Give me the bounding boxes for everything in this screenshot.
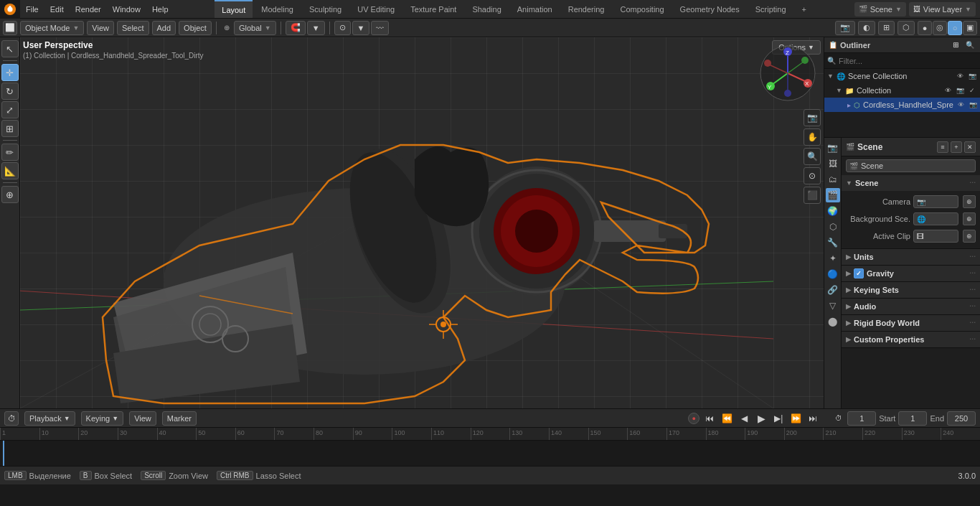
tab-rendering[interactable]: Rendering [561, 0, 612, 18]
tab-texture-paint[interactable]: Texture Paint [403, 0, 463, 18]
scene-selector[interactable]: 🎬 Scene ▼ [854, 2, 906, 17]
output-props-icon[interactable]: 🖼 [826, 156, 840, 171]
end-frame-input[interactable] [947, 411, 976, 426]
object-menu[interactable]: Object [179, 21, 212, 35]
gravity-section-toggle[interactable]: ▶ ✓ Gravity ⋯ [842, 266, 980, 281]
tab-scripting[interactable]: Scripting [748, 0, 793, 18]
jump-to-end-button[interactable]: ⏭ [806, 411, 820, 426]
gravity-checkbox[interactable]: ✓ [854, 268, 864, 278]
physics-props-icon[interactable]: 🔵 [826, 267, 840, 281]
cube-icon[interactable]: ⬛ [804, 187, 821, 204]
mesh-render-icon[interactable]: 📷 [969, 100, 979, 110]
add-menu[interactable]: Add [152, 21, 176, 35]
tab-add[interactable]: + [795, 0, 814, 18]
custom-props-toggle[interactable]: ▶ Custom Properties ⋯ [842, 332, 980, 347]
scene-settings-icon[interactable]: ✕ [964, 141, 976, 153]
tool-measure[interactable]: 📐 [1, 162, 19, 179]
timeline-ruler[interactable]: 1102030405060708090100110120130140150160… [0, 428, 980, 441]
tool-annotate[interactable]: ✏ [1, 144, 19, 161]
editor-type-icon[interactable]: ⬜ [3, 21, 17, 35]
data-props-icon[interactable]: ▽ [826, 299, 840, 313]
tab-animation[interactable]: Animation [510, 0, 560, 18]
viewport-3d[interactable]: User Perspective (1) Collection | Cordle… [20, 37, 824, 408]
snap-settings[interactable]: ▼ [307, 21, 325, 35]
record-button[interactable]: ● [688, 413, 699, 424]
world-props-icon[interactable]: 🌍 [826, 204, 840, 218]
menu-help[interactable]: Help [146, 0, 174, 18]
outliner-collection-row[interactable]: ▼ 📁 Collection 👁 📷 ✓ [824, 83, 980, 98]
tab-sculpting[interactable]: Sculpting [302, 0, 349, 18]
timeline-view-menu[interactable]: View [129, 411, 156, 426]
playback-menu[interactable]: Playback ▼ [24, 411, 75, 426]
collection-render-icon[interactable]: 📷 [955, 85, 965, 95]
constraints-props-icon[interactable]: 🔗 [826, 283, 840, 297]
rendered-shading[interactable]: ○ [948, 21, 962, 35]
active-clip-field[interactable]: 🎞 [913, 230, 958, 243]
scene-browse-icon[interactable]: ≡ [937, 141, 948, 153]
overlay-toggle[interactable]: ⊞ [878, 21, 895, 35]
menu-file[interactable]: File [20, 0, 44, 18]
xray-toggle[interactable]: ⬡ [897, 21, 915, 35]
tab-uv-editing[interactable]: UV Editing [350, 0, 402, 18]
outliner-mesh-row[interactable]: ▸ ⬡ Cordless_Handheld_Spre 👁 📷 [824, 98, 980, 112]
proportional-toggle[interactable]: ⊙ [334, 21, 351, 35]
render-props-icon[interactable]: 📷 [826, 141, 840, 155]
texture-shading[interactable]: ▣ [963, 21, 977, 35]
start-frame-input[interactable] [898, 411, 927, 426]
camera-view-icon[interactable]: 📷 [804, 109, 821, 126]
background-select-icon[interactable]: ⊕ [963, 212, 976, 225]
render-visibility-icon[interactable]: 📷 [967, 71, 977, 81]
tab-compositing[interactable]: Compositing [613, 0, 671, 18]
select-menu[interactable]: Select [117, 21, 149, 35]
proportional-dropdown[interactable]: ▼ [352, 21, 370, 35]
render-icons[interactable]: 📷 [835, 21, 855, 35]
focus-icon[interactable]: ⊙ [804, 167, 821, 184]
visibility-icon[interactable]: 👁 [955, 71, 965, 81]
pan-icon[interactable]: ✋ [804, 128, 821, 146]
tool-transform[interactable]: ⊞ [1, 120, 19, 137]
snap-toggle[interactable]: 🧲 [286, 21, 306, 35]
scene-name-field[interactable]: 🎬 Scene [846, 159, 976, 172]
transform-dropdown[interactable]: Global ▼ [234, 21, 276, 35]
menu-window[interactable]: Window [107, 0, 146, 18]
modifier-props-icon[interactable]: 🔧 [826, 235, 840, 250]
outliner-search-input[interactable] [839, 57, 977, 65]
jump-back-button[interactable]: ⏪ [720, 411, 734, 426]
marker-menu[interactable]: Marker [162, 411, 197, 426]
tool-scale[interactable]: ⤢ [1, 101, 19, 118]
background-scene-field[interactable]: 🌐 [913, 212, 958, 225]
rigid-body-section-toggle[interactable]: ▶ Rigid Body World ⋯ [842, 315, 980, 331]
tab-modeling[interactable]: Modeling [254, 0, 301, 18]
tool-rotate[interactable]: ↻ [1, 83, 19, 100]
navigation-gizmo[interactable]: Z X Y [759, 44, 816, 102]
scene-props-icon[interactable]: 🎬 [826, 188, 840, 202]
outliner-scene-collection[interactable]: ▼ 🌐 Scene Collection 👁 📷 [824, 69, 980, 83]
particles-props-icon[interactable]: ✦ [826, 251, 840, 266]
collection-exclude-icon[interactable]: ✓ [967, 85, 977, 95]
tool-move[interactable]: ✛ [1, 64, 19, 81]
tab-geometry-nodes[interactable]: Geometry Nodes [673, 0, 747, 18]
collection-visibility-icon[interactable]: 👁 [943, 85, 953, 95]
jump-forward-button[interactable]: ⏩ [788, 411, 803, 426]
camera-field[interactable]: 📷 [913, 195, 958, 208]
menu-edit[interactable]: Edit [44, 0, 70, 18]
menu-render[interactable]: Render [70, 0, 107, 18]
units-section-toggle[interactable]: ▶ Units ⋯ [842, 249, 980, 265]
object-props-icon[interactable]: ⬡ [826, 220, 840, 234]
keying-sets-toggle[interactable]: ▶ Keying Sets ⋯ [842, 282, 980, 298]
tool-add[interactable]: ⊕ [1, 186, 19, 203]
view-menu[interactable]: View [87, 21, 114, 35]
outliner-search-icon[interactable]: 🔍 [964, 39, 976, 51]
jump-to-start-button[interactable]: ⏮ [702, 411, 717, 426]
tab-layout[interactable]: Layout [215, 0, 253, 18]
audio-section-toggle[interactable]: ▶ Audio ⋯ [842, 299, 980, 314]
material-shading[interactable]: ◎ [933, 21, 947, 35]
play-button[interactable]: ▶ [754, 411, 768, 426]
current-frame-input[interactable] [847, 411, 876, 426]
material-props-icon[interactable]: ⬤ [826, 314, 840, 329]
timeline-track[interactable] [0, 441, 980, 466]
prev-frame-button[interactable]: ◀ [737, 411, 751, 426]
view-layer-selector[interactable]: 🖼 View Layer ▼ [909, 2, 976, 17]
zoom-icon[interactable]: 🔍 [804, 148, 821, 165]
scene-section-toggle[interactable]: ▼ Scene ⋯ [842, 175, 980, 191]
